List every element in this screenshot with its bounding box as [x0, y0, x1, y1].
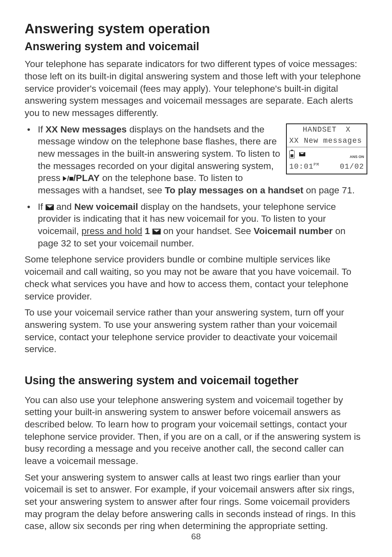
paragraph-together-2: Set your answering system to answer call… — [25, 471, 367, 532]
bullet1-text-tail: on page 71. — [303, 185, 355, 195]
intro-paragraph: Your telephone has separate indicators f… — [25, 58, 367, 119]
display-handset-label: HANDSET — [303, 125, 337, 135]
envelope-icon — [46, 204, 54, 210]
display-ans-on: ANS ON — [350, 155, 364, 160]
display-time: 10:01PM — [289, 162, 319, 172]
display-row-1: HANDSET X — [287, 124, 367, 136]
bullet1-text-pre: If — [38, 124, 46, 135]
handset-display: HANDSET X XX New messages ANS ON 10:01PM… — [286, 123, 367, 174]
bullet1-bold-toplay: To play messages on a handset — [165, 185, 303, 195]
bullet1-bold-play: /PLAY — [73, 173, 99, 183]
display-handset-number: X — [346, 125, 350, 135]
bullet2-underline-press: press and hold — [81, 226, 142, 236]
bullet2-bold-1: 1 — [145, 226, 150, 236]
bullet2-text-mid5: on your handset. See — [161, 226, 254, 236]
bullet2-bold-newvm: New voicemail — [74, 202, 138, 212]
envelope-icon — [299, 152, 305, 156]
bullet2-text-mid1: and — [54, 202, 74, 212]
display-time-value: 10:01 — [289, 162, 314, 171]
page-number: 68 — [0, 531, 392, 542]
section-heading-together: Using the answering system and voicemail… — [25, 374, 367, 388]
display-icons — [289, 150, 305, 160]
page-title: Answering system operation — [25, 20, 367, 38]
paragraph-use-rather: To use your voicemail service rather tha… — [25, 306, 367, 355]
display-time-ampm: PM — [314, 162, 319, 167]
display-row-4: 10:01PM 01/02 — [287, 161, 367, 174]
display-date: 01/02 — [340, 162, 364, 172]
display-row-3: ANS ON — [287, 147, 367, 161]
display-row-2: XX New messages — [287, 135, 367, 147]
bullet1-bold-xx-new: XX New messages — [46, 124, 127, 135]
bullet-new-voicemail: If and New voicemail display on the hand… — [25, 201, 367, 250]
battery-icon — [289, 151, 295, 158]
envelope-icon — [152, 229, 161, 234]
section-heading-answering-voicemail: Answering system and voicemail — [25, 39, 367, 54]
bullet2-bold-vmnumber: Voicemail number — [254, 226, 332, 236]
paragraph-together-1: You can also use your telephone answerin… — [25, 394, 367, 467]
display-new-messages: XX New messages — [289, 136, 362, 146]
bullet-new-messages: HANDSET X XX New messages ANS ON 10:01PM… — [25, 123, 367, 197]
bullet2-text-pre: If — [38, 202, 46, 212]
play-stop-icon: / — [63, 176, 73, 181]
paragraph-bundle: Some telephone service providers bundle … — [25, 253, 367, 302]
